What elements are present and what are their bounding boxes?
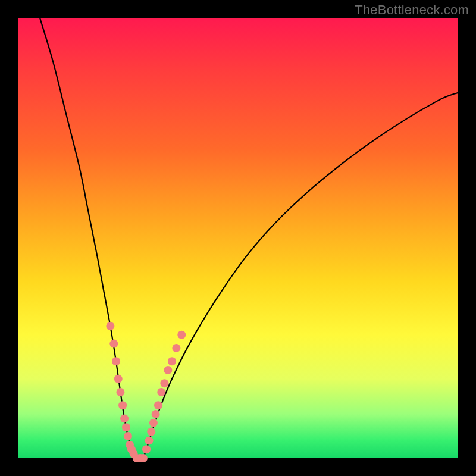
data-marker — [116, 388, 124, 396]
data-marker — [109, 340, 118, 348]
curves-svg — [18, 18, 458, 458]
data-marker — [147, 428, 155, 436]
data-marker — [145, 436, 154, 444]
marker-group — [106, 322, 186, 462]
data-marker — [122, 423, 130, 431]
plot-area — [18, 18, 458, 458]
data-marker — [149, 419, 158, 427]
data-marker — [112, 357, 120, 365]
data-marker — [172, 344, 180, 352]
data-marker — [142, 445, 151, 453]
data-marker — [120, 414, 129, 422]
data-marker — [152, 410, 160, 418]
watermark-text: TheBottleneck.com — [355, 2, 469, 18]
data-marker — [177, 331, 186, 339]
data-marker — [160, 379, 168, 387]
data-marker — [124, 432, 132, 440]
data-marker — [118, 401, 127, 409]
data-marker — [164, 366, 172, 374]
chart-stage: TheBottleneck.com — [0, 0, 476, 476]
data-marker — [114, 375, 123, 383]
data-marker — [106, 322, 114, 330]
data-marker — [139, 454, 148, 462]
data-marker — [157, 388, 165, 396]
data-marker — [154, 401, 162, 409]
right-curve — [143, 93, 458, 458]
data-marker — [168, 357, 176, 365]
